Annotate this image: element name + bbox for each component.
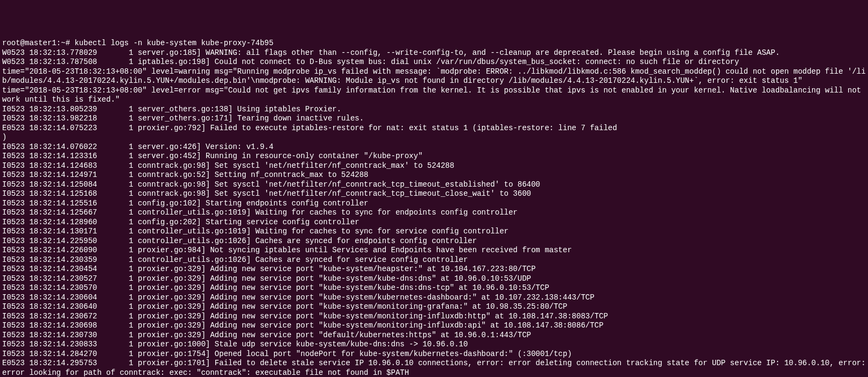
log-line: E0523 18:32:14.295753 1 proxier.go:1701]…	[2, 359, 866, 377]
log-line: W0523 18:32:13.778029 1 server.go:185] W…	[2, 48, 866, 58]
prompt-path: :~#	[57, 39, 75, 47]
log-line: E0523 18:32:14.075223 1 proxier.go:792] …	[2, 124, 866, 133]
log-line: time="2018-05-23T18:32:13+08:00" level=w…	[2, 67, 866, 86]
prompt-user-host: root@master1	[2, 39, 57, 47]
log-line: I0523 18:32:14.230359 1 controller_utils…	[2, 255, 866, 265]
log-line: I0523 18:32:14.128960 1 config.go:202] S…	[2, 218, 866, 227]
log-line: I0523 18:32:14.230730 1 proxier.go:329] …	[2, 331, 866, 340]
log-line: I0523 18:32:13.982218 1 server_others.go…	[2, 114, 866, 124]
log-line: I0523 18:32:14.230672 1 proxier.go:329] …	[2, 312, 866, 322]
log-line: time="2018-05-23T18:32:13+08:00" level=e…	[2, 86, 866, 105]
log-line: I0523 18:32:14.130171 1 controller_utils…	[2, 227, 866, 237]
command-text: kubectl logs -n kube-system kube-proxy-7…	[74, 39, 273, 47]
log-line: I0523 18:32:14.125168 1 conntrack.go:98]…	[2, 189, 866, 199]
log-line: I0523 18:32:14.125516 1 config.go:102] S…	[2, 199, 866, 209]
log-line: W0523 18:32:13.787508 1 iptables.go:198]…	[2, 58, 866, 67]
log-line: I0523 18:32:14.230640 1 proxier.go:329] …	[2, 302, 866, 312]
log-line: I0523 18:32:14.123316 1 server.go:452] R…	[2, 152, 866, 161]
terminal-output[interactable]: root@master1:~# kubectl logs -n kube-sys…	[2, 39, 866, 377]
log-output: W0523 18:32:13.778029 1 server.go:185] W…	[2, 48, 866, 378]
log-line: I0523 18:32:14.226090 1 proxier.go:984] …	[2, 246, 866, 255]
log-line: I0523 18:32:14.125667 1 controller_utils…	[2, 208, 866, 218]
log-line: I0523 18:32:14.124971 1 conntrack.go:52]…	[2, 170, 866, 180]
log-line: I0523 18:32:14.230698 1 proxier.go:329] …	[2, 321, 866, 331]
log-line: I0523 18:32:14.124683 1 conntrack.go:98]…	[2, 161, 866, 171]
log-line: I0523 18:32:14.225950 1 controller_utils…	[2, 237, 866, 246]
command-line: root@master1:~# kubectl logs -n kube-sys…	[2, 39, 866, 48]
log-line: I0523 18:32:14.284270 1 proxier.go:1754]…	[2, 350, 866, 359]
log-line: I0523 18:32:14.230833 1 proxier.go:1000]…	[2, 340, 866, 350]
log-line: I0523 18:32:14.076022 1 server.go:426] V…	[2, 143, 866, 152]
log-line: )	[2, 133, 866, 143]
log-line: I0523 18:32:14.230527 1 proxier.go:329] …	[2, 274, 866, 284]
log-line: I0523 18:32:14.125084 1 conntrack.go:98]…	[2, 180, 866, 190]
log-line: I0523 18:32:13.805239 1 server_others.go…	[2, 105, 866, 115]
log-line: I0523 18:32:14.230570 1 proxier.go:329] …	[2, 283, 866, 293]
log-line: I0523 18:32:14.230604 1 proxier.go:329] …	[2, 293, 866, 303]
log-line: I0523 18:32:14.230454 1 proxier.go:329] …	[2, 265, 866, 274]
